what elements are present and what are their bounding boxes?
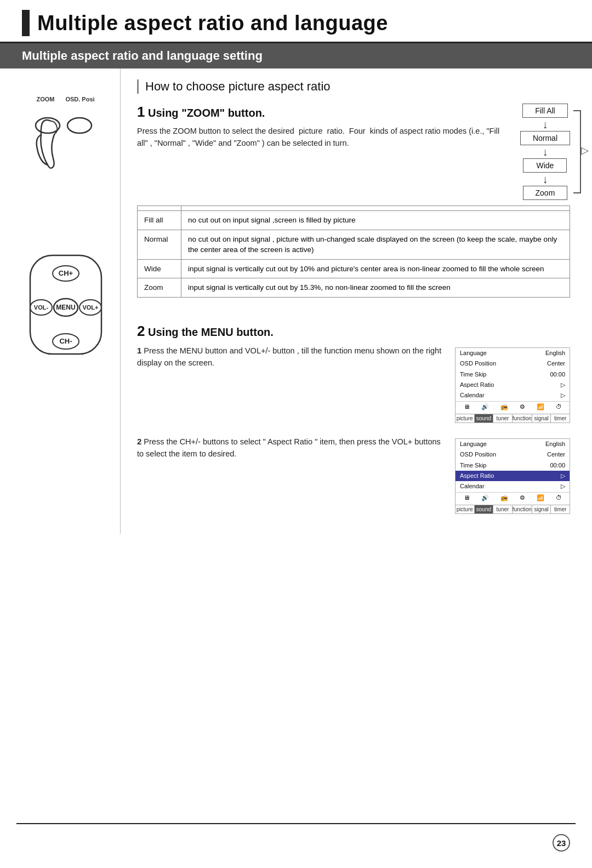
menu-label: OSD Position bbox=[456, 449, 525, 460]
menu-icon-bar-1: 🖥 🔊 📻 ⚙ 📶 ⏱ bbox=[456, 401, 570, 412]
mode-wide: Wide bbox=[138, 259, 181, 278]
sound-icon: 🔊 bbox=[481, 494, 489, 501]
menu-value: Center bbox=[525, 358, 570, 369]
remote-diagram: CH+ VOL- MENU VOL+ CH- bbox=[22, 253, 110, 362]
menu-tab-bar-2: picture sound tuner function signal time… bbox=[456, 505, 570, 513]
table-header-mode bbox=[138, 206, 181, 211]
menu-value: ▷ bbox=[525, 380, 570, 390]
tab-sound[interactable]: sound bbox=[475, 414, 494, 422]
desc-normal: no cut out on input signal , picture wit… bbox=[181, 230, 570, 259]
main-content: ZOOM OSD. Posi bbox=[0, 68, 592, 534]
picture-icon: 🖥 bbox=[464, 494, 470, 501]
desc-zoom: input signal is vertically cut out by 15… bbox=[181, 278, 570, 298]
menu-value: Center bbox=[525, 449, 570, 460]
left-column: ZOOM OSD. Posi bbox=[0, 68, 121, 534]
tab-tuner[interactable]: tuner bbox=[493, 414, 513, 422]
menu-value: 00:00 bbox=[525, 369, 570, 380]
remote-labels: ZOOM OSD. Posi bbox=[36, 96, 94, 102]
menu-label: Aspect Ratio bbox=[456, 380, 525, 390]
zoom-label: ZOOM bbox=[36, 96, 54, 102]
zoom-box-zoom: Zoom bbox=[523, 186, 568, 200]
menu-value: ▷ bbox=[525, 481, 570, 492]
svg-text:VOL-: VOL- bbox=[33, 304, 48, 311]
svg-text:MENU: MENU bbox=[56, 304, 75, 311]
menu-row-highlighted: Aspect Ratio▷ bbox=[456, 471, 570, 481]
menu-label: Time Skip bbox=[456, 460, 525, 471]
menu-table-2: LanguageEnglish OSD PositionCenter Time … bbox=[456, 439, 570, 492]
step2-title: Using the MENU button. bbox=[148, 326, 274, 338]
menu-row: Aspect Ratio▷ bbox=[456, 380, 570, 390]
menu-tab-bar-1: picture sound tuner function signal time… bbox=[456, 414, 570, 422]
right-column: How to choose picture aspect ratio Fill … bbox=[121, 68, 592, 534]
menu-label: Calendar bbox=[456, 481, 525, 492]
osd-label: OSD. Posi bbox=[65, 96, 94, 102]
step1-heading: 1 Using "ZOOM" button. bbox=[137, 104, 570, 121]
zoom-remote-diagram: ZOOM OSD. Posi bbox=[25, 96, 107, 176]
mode-normal: Normal bbox=[138, 230, 181, 259]
step2-sub1: LanguageEnglish OSD PositionCenter Time … bbox=[137, 344, 570, 426]
zoom-box-fillall: Fill All bbox=[522, 104, 568, 118]
desc-fillall: no cut out on input signal ,screen is fi… bbox=[181, 211, 570, 230]
svg-text:VOL+: VOL+ bbox=[82, 304, 98, 311]
menu-row: OSD PositionCenter bbox=[456, 449, 570, 460]
menu-label: Time Skip bbox=[456, 369, 525, 380]
menu-row: LanguageEnglish bbox=[456, 348, 570, 358]
svg-text:CH+: CH+ bbox=[58, 269, 73, 277]
title-accent bbox=[22, 10, 30, 36]
zoom-box-normal: Normal bbox=[520, 131, 570, 145]
hand-svg bbox=[25, 105, 107, 176]
table-row: Wide input signal is vertically cut out … bbox=[138, 259, 570, 278]
menu-icon-bar-2: 🖥 🔊 📻 ⚙ 📶 ⏱ bbox=[456, 492, 570, 502]
menu-row: Calendar▷ bbox=[456, 390, 570, 401]
menu-value: 00:00 bbox=[525, 460, 570, 471]
menu-value: ▷ bbox=[525, 471, 570, 481]
mode-fillall: Fill all bbox=[138, 211, 181, 230]
menu-row: Calendar▷ bbox=[456, 481, 570, 492]
sound-icon: 🔊 bbox=[481, 403, 489, 410]
page-title: Multiple aspect ratio and language bbox=[37, 12, 388, 35]
subsection-title: How to choose picture aspect ratio bbox=[137, 79, 570, 94]
menu-label: Aspect Ratio bbox=[456, 471, 525, 481]
table-row: Normal no cut out on input signal , pict… bbox=[138, 230, 570, 259]
tuner-icon: 📻 bbox=[500, 403, 508, 410]
sub1-num: 1 bbox=[137, 346, 141, 355]
table-header-desc bbox=[181, 206, 570, 211]
menu-table-1: LanguageEnglish OSD PositionCenter Time … bbox=[456, 348, 570, 401]
right-bracket bbox=[573, 110, 581, 193]
tab-signal[interactable]: signal bbox=[532, 414, 551, 422]
timer-icon: ⏱ bbox=[556, 403, 562, 410]
tab-picture[interactable]: picture bbox=[456, 505, 475, 513]
section-header: Multiple aspect ratio and language setti… bbox=[0, 43, 592, 68]
tab-tuner[interactable]: tuner bbox=[493, 505, 513, 513]
page-number: 23 bbox=[553, 834, 570, 852]
tab-signal[interactable]: signal bbox=[532, 505, 551, 513]
menu-label: Language bbox=[456, 439, 525, 449]
step1-num: 1 bbox=[137, 104, 145, 120]
arrow1: ↓ bbox=[542, 119, 548, 130]
step1-section: Fill All ↓ Normal ↓ Wide ↓ Zoom ◁ 1 bbox=[137, 104, 570, 310]
signal-icon: 📶 bbox=[537, 403, 544, 410]
step2-num: 2 bbox=[137, 323, 145, 339]
step1-title: Using "ZOOM" button. bbox=[148, 107, 265, 119]
svg-text:CH-: CH- bbox=[59, 337, 72, 345]
menu-label: Calendar bbox=[456, 390, 525, 401]
tab-picture[interactable]: picture bbox=[456, 414, 475, 422]
arrow2: ↓ bbox=[542, 146, 548, 157]
tab-timer[interactable]: timer bbox=[551, 505, 570, 513]
tab-sound[interactable]: sound bbox=[475, 505, 494, 513]
picture-icon: 🖥 bbox=[464, 403, 470, 410]
tab-function[interactable]: function bbox=[513, 505, 532, 513]
menu-screenshot-1: LanguageEnglish OSD PositionCenter Time … bbox=[455, 347, 570, 423]
tab-timer[interactable]: timer bbox=[551, 414, 570, 422]
menu-label: Language bbox=[456, 348, 525, 358]
menu-row: Time Skip00:00 bbox=[456, 369, 570, 380]
menu-row: OSD PositionCenter bbox=[456, 358, 570, 369]
sub2-num: 2 bbox=[137, 437, 141, 446]
zoom-cycle-wrapper: Fill All ↓ Normal ↓ Wide ↓ Zoom ◁ bbox=[520, 104, 570, 200]
zoom-box-wide: Wide bbox=[523, 158, 567, 173]
function-icon: ⚙ bbox=[520, 494, 525, 501]
tuner-icon: 📻 bbox=[500, 494, 508, 501]
cycle-arrow: ◁ bbox=[581, 146, 589, 158]
tab-function[interactable]: function bbox=[513, 414, 532, 422]
signal-icon: 📶 bbox=[537, 494, 544, 501]
